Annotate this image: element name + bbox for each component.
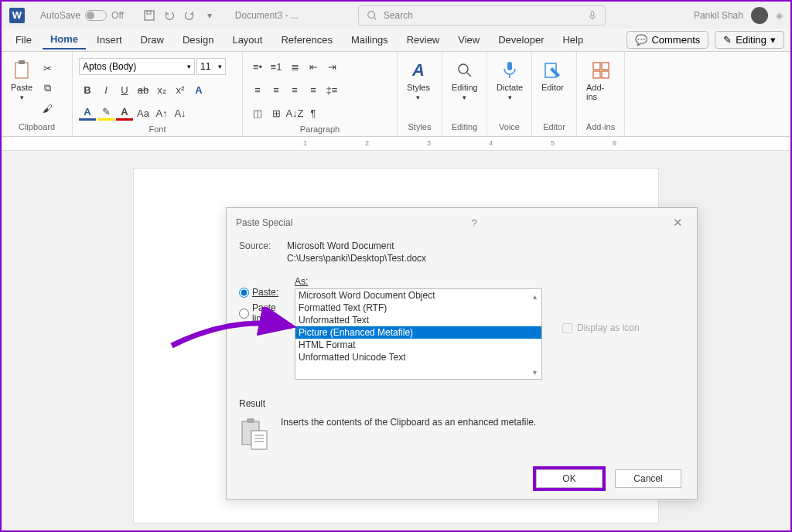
ruler[interactable]: 1 2 3 4 5 6 — [2, 137, 790, 151]
tab-developer[interactable]: Developer — [490, 31, 551, 49]
tab-mailings[interactable]: Mailings — [343, 31, 396, 49]
search-input[interactable]: Search — [358, 5, 606, 26]
line-spacing-button[interactable]: ‡≡ — [323, 81, 340, 98]
align-left-button[interactable]: ≡ — [249, 81, 266, 98]
undo-icon[interactable] — [162, 9, 176, 22]
tab-home[interactable]: Home — [43, 30, 86, 49]
toggle-switch-icon[interactable] — [85, 10, 107, 21]
cancel-button[interactable]: Cancel — [615, 469, 681, 488]
tab-draw[interactable]: Draw — [133, 31, 172, 49]
tab-file[interactable]: File — [8, 31, 39, 49]
grow-font-button[interactable]: A↑ — [153, 104, 170, 121]
help-icon[interactable]: ? — [472, 217, 477, 229]
list-item[interactable]: Microsoft Word Document Object — [295, 289, 541, 302]
sort-button[interactable]: A↓Z — [286, 104, 303, 121]
change-case-button[interactable]: Aa — [135, 104, 152, 121]
shading-button[interactable]: ◫ — [249, 104, 266, 121]
font-size-combo[interactable]: 11▾ — [196, 58, 226, 75]
styles-label: Styles — [407, 83, 430, 92]
svg-rect-17 — [251, 431, 267, 449]
borders-button[interactable]: ⊞ — [268, 104, 285, 121]
clipboard-icon — [11, 60, 32, 81]
list-item-selected[interactable]: Picture (Enhanced Metafile) — [295, 326, 541, 339]
autosave-toggle[interactable]: AutoSave Off — [40, 10, 124, 21]
scroll-down-icon[interactable]: ▾ — [529, 367, 540, 377]
cut-icon[interactable]: ✂ — [39, 60, 56, 77]
show-marks-button[interactable]: ¶ — [305, 104, 322, 121]
decrease-indent-button[interactable]: ⇤ — [305, 58, 322, 75]
underline-button[interactable]: U — [116, 81, 133, 98]
list-item[interactable]: Unformatted Text — [295, 314, 541, 326]
addins-button[interactable]: Add-ins — [583, 58, 618, 103]
tab-layout[interactable]: Layout — [224, 31, 270, 49]
display-as-icon-checkbox[interactable]: Display as icon — [562, 276, 640, 380]
highlight-button[interactable]: ✎ — [97, 105, 114, 121]
font-name-combo[interactable]: Aptos (Body)▾ — [79, 58, 195, 75]
tab-insert[interactable]: Insert — [89, 31, 130, 49]
avatar[interactable] — [751, 7, 768, 24]
as-listbox[interactable]: Microsoft Word Document Object Formatted… — [295, 288, 542, 380]
subscript-button[interactable]: x₂ — [153, 81, 170, 98]
svg-rect-13 — [593, 71, 600, 78]
redo-icon[interactable] — [183, 9, 196, 22]
editing-mode-button[interactable]: ✎Editing▾ — [715, 31, 784, 49]
display-as-icon-label: Display as icon — [577, 322, 640, 333]
multilevel-button[interactable]: ≣ — [286, 58, 303, 75]
styles-group-label: Styles — [404, 122, 435, 133]
titlebar: W AutoSave Off ▾ Document3 - ... Search … — [2, 2, 790, 29]
editing-button[interactable]: Editing▾ — [449, 58, 481, 103]
diamond-icon[interactable]: ◈ — [776, 10, 783, 21]
font-size-value: 11 — [200, 61, 210, 72]
italic-button[interactable]: I — [97, 81, 114, 98]
scroll-up-icon[interactable]: ▴ — [529, 291, 540, 302]
align-right-button[interactable]: ≡ — [286, 81, 303, 98]
list-item[interactable]: Unformatted Unicode Text — [295, 351, 541, 363]
font-color-button[interactable]: A — [116, 105, 133, 121]
save-icon[interactable] — [142, 9, 156, 22]
font-name-value: Aptos (Body) — [83, 61, 136, 72]
align-center-button[interactable]: ≡ — [268, 81, 285, 98]
editor-button[interactable]: Editor — [538, 58, 567, 94]
tab-view[interactable]: View — [450, 31, 487, 49]
strikethrough-button[interactable]: ab — [135, 81, 152, 98]
list-item[interactable]: HTML Format — [295, 339, 541, 351]
format-painter-icon[interactable]: 🖌 — [39, 100, 56, 117]
addins-group-label: Add-ins — [583, 122, 618, 133]
numbering-button[interactable]: ≡1 — [268, 58, 285, 75]
bold-button[interactable]: B — [79, 81, 96, 98]
ruler-mark: 2 — [365, 139, 369, 147]
svg-rect-5 — [15, 63, 28, 78]
mic-icon[interactable] — [588, 10, 597, 21]
font-color-a-icon[interactable]: A — [79, 105, 96, 121]
ruler-mark: 1 — [303, 139, 307, 147]
paste-radio[interactable]: Paste: — [239, 287, 285, 298]
qat-chevron-down-icon[interactable]: ▾ — [203, 9, 217, 22]
tab-review[interactable]: Review — [399, 31, 448, 49]
svg-line-8 — [467, 73, 471, 77]
ok-button[interactable]: OK — [536, 469, 603, 488]
autosave-label: AutoSave — [40, 10, 80, 21]
list-item[interactable]: Formatted Text (RTF) — [295, 302, 541, 314]
editor-icon — [541, 60, 563, 81]
dialog-title: Paste Special — [236, 217, 292, 228]
superscript-button[interactable]: x² — [172, 81, 189, 98]
copy-icon[interactable]: ⧉ — [39, 80, 56, 97]
tab-design[interactable]: Design — [175, 31, 221, 49]
justify-button[interactable]: ≡ — [305, 81, 322, 98]
paste-button[interactable]: Paste ▾ — [8, 58, 36, 103]
svg-rect-12 — [602, 63, 609, 70]
tab-references[interactable]: References — [273, 31, 340, 49]
close-icon[interactable]: ✕ — [668, 216, 688, 230]
styles-button[interactable]: AStyles▾ — [404, 58, 433, 103]
text-effects-button[interactable]: A — [190, 81, 207, 98]
increase-indent-button[interactable]: ⇥ — [323, 58, 340, 75]
as-label: As: — [295, 276, 308, 287]
paste-link-radio[interactable]: Paste link: — [239, 302, 285, 324]
shrink-font-button[interactable]: A↓ — [172, 104, 189, 121]
addins-label: Add-ins — [586, 83, 615, 101]
tab-help[interactable]: Help — [555, 31, 591, 49]
source-label: Source: — [239, 240, 278, 251]
dictate-button[interactable]: Dictate▾ — [493, 58, 526, 103]
comments-button[interactable]: 💬Comments — [626, 31, 708, 49]
bullets-button[interactable]: ≡• — [249, 58, 266, 75]
